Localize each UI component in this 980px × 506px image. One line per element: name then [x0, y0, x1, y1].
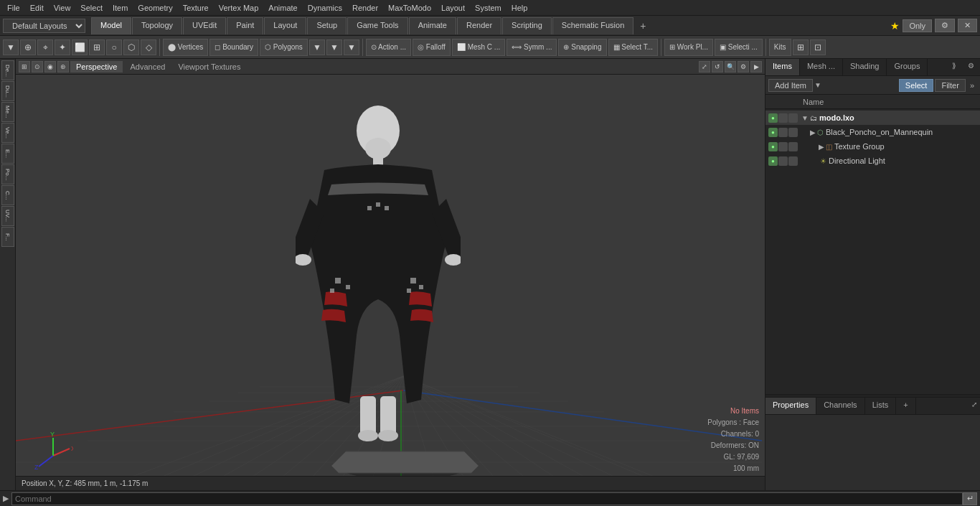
toolbar-selecti-btn[interactable]: ▣ Selecti ... — [715, 39, 763, 56]
tab-uvedit[interactable]: UVEdit — [183, 17, 226, 34]
bp-tab-properties[interactable]: Properties — [765, 398, 816, 414]
viewport-search-icon[interactable]: 🔍 — [725, 61, 736, 72]
viewport-icon2[interactable]: ⊙ — [32, 61, 43, 72]
toolbar-mode2-icon[interactable]: ▼ — [326, 39, 342, 55]
menu-animate[interactable]: Animate — [264, 2, 301, 14]
tab-scripting[interactable]: Scripting — [502, 17, 552, 34]
toolbar-snapping-btn[interactable]: ⊕ Snapping — [558, 39, 606, 56]
viewport-tab-textures[interactable]: Viewport Textures — [172, 61, 246, 72]
viewport-tab-advanced[interactable]: Advanced — [124, 61, 171, 72]
toolbar-expand-icon[interactable]: ⊞ — [793, 39, 809, 55]
item-directional-light[interactable]: ● ☀ Directional Light — [765, 154, 980, 168]
bp-tab-lists[interactable]: Lists — [865, 398, 897, 414]
layout-dropdown[interactable]: Default Layouts — [3, 19, 85, 33]
menu-file[interactable]: File — [3, 2, 24, 14]
rp-tab-mesh[interactable]: Mesh ... — [800, 59, 843, 75]
menu-system[interactable]: System — [471, 2, 506, 14]
viewport[interactable]: ⊞ ⊙ ◉ ⊛ Perspective Advanced Viewport Te… — [16, 59, 765, 490]
toolbar-circle2-icon[interactable]: ○ — [106, 39, 122, 55]
render-icon-3[interactable] — [788, 142, 798, 151]
toolbar-target-icon[interactable]: ⌖ — [37, 39, 53, 55]
lt-e[interactable]: E... — [1, 144, 14, 164]
lt-po[interactable]: Po... — [1, 164, 14, 184]
layout-close-button[interactable]: ✕ — [958, 19, 977, 32]
lt-du[interactable]: Du... — [1, 81, 14, 101]
tab-topology[interactable]: Topology — [132, 17, 182, 34]
toolbar-boundary-btn[interactable]: ◻ Boundary — [209, 39, 258, 56]
viewport-icon1[interactable]: ⊞ — [19, 61, 30, 72]
bp-tab-add[interactable]: + — [896, 398, 915, 414]
items-expand-icon[interactable]: » — [967, 80, 977, 91]
menu-item[interactable]: Item — [108, 2, 132, 14]
menu-layout[interactable]: Layout — [437, 2, 469, 14]
item-triangle-3[interactable]: ▶ — [819, 143, 824, 151]
lock-icon-2[interactable] — [778, 128, 788, 137]
viewport-tab-perspective[interactable]: Perspective — [70, 61, 123, 72]
lt-me[interactable]: Me... — [1, 102, 14, 122]
rp-settings-icon[interactable]: ⚙ — [962, 59, 980, 75]
toolbar-workpl-btn[interactable]: ⊞ Work Pl... — [664, 39, 713, 56]
tab-schematic-fusion[interactable]: Schematic Fusion — [552, 17, 633, 34]
tab-render[interactable]: Render — [457, 17, 501, 34]
lock-icon-3[interactable] — [778, 142, 788, 151]
items-list[interactable]: ● ▼ 🗂 modo.lxo ● ▶ ⬡ Black_Poncho_on_Ma — [765, 109, 980, 394]
tab-animate[interactable]: Animate — [409, 17, 456, 34]
eye-icon-4[interactable]: ● — [768, 156, 778, 166]
toolbar-grid-icon[interactable]: ⊞ — [89, 39, 105, 55]
toolbar-symm-btn[interactable]: ⟺ Symm ... — [507, 39, 557, 56]
rp-expand-icon[interactable]: ⟫ — [946, 59, 962, 75]
command-input[interactable] — [11, 492, 963, 505]
eye-icon-2[interactable]: ● — [768, 128, 778, 137]
tab-paint[interactable]: Paint — [227, 17, 263, 34]
menu-render[interactable]: Render — [348, 2, 382, 14]
toolbar-falloff-btn[interactable]: ◎ Falloff — [413, 39, 451, 56]
rp-tab-groups[interactable]: Groups — [887, 59, 928, 75]
tab-setup[interactable]: Setup — [307, 17, 347, 34]
item-poncho[interactable]: ● ▶ ⬡ Black_Poncho_on_Mannequin — [765, 125, 980, 139]
add-item-button[interactable]: Add Item — [768, 79, 813, 92]
toolbar-mode-icon[interactable]: ▼ — [309, 39, 325, 55]
tab-gametools[interactable]: Game Tools — [347, 17, 408, 34]
toolbar-square-icon[interactable]: ⬜ — [72, 39, 88, 55]
tab-add-button[interactable]: + — [634, 17, 651, 34]
eye-icon-1[interactable]: ● — [768, 113, 778, 123]
eye-icon-3[interactable]: ● — [768, 142, 778, 151]
viewport-expand-icon[interactable]: ⤢ — [699, 61, 710, 72]
item-triangle-2[interactable]: ▶ — [810, 128, 816, 136]
toolbar-settings-icon[interactable]: ⊡ — [810, 39, 826, 55]
lt-c[interactable]: C... — [1, 185, 14, 205]
menu-edit[interactable]: Edit — [26, 2, 48, 14]
filter-button[interactable]: Filter — [935, 79, 965, 92]
command-enter-button[interactable]: ↵ — [963, 492, 977, 505]
toolbar-mesh-btn[interactable]: ⬜ Mesh C ... — [452, 39, 505, 56]
menu-dynamics[interactable]: Dynamics — [303, 2, 347, 14]
toolbar-mode3-icon[interactable]: ▼ — [344, 39, 359, 55]
menu-texture[interactable]: Texture — [179, 2, 213, 14]
bp-tab-channels[interactable]: Channels — [816, 398, 864, 414]
toolbar-diamond-icon[interactable]: ◇ — [141, 39, 156, 55]
menu-view[interactable]: View — [50, 2, 75, 14]
menu-vertex-map[interactable]: Vertex Map — [215, 2, 263, 14]
toolbar-select-t-btn[interactable]: ▦ Select T... — [608, 39, 659, 56]
add-item-dropdown[interactable]: ▼ — [814, 81, 821, 89]
render-icon-2[interactable] — [788, 128, 798, 137]
lt-f[interactable]: F... — [1, 227, 14, 247]
item-triangle-1[interactable]: ▼ — [801, 114, 809, 122]
toolbar-circle-icon[interactable]: ⊕ — [20, 39, 36, 55]
layout-settings-button[interactable]: ⚙ — [935, 19, 955, 32]
toolbar-vertices-btn[interactable]: ⬤ Vertices — [163, 39, 208, 56]
bp-expand-icon[interactable]: ⤢ — [969, 398, 980, 414]
lt-uv[interactable]: UV... — [1, 206, 14, 226]
menu-geometry[interactable]: Geometry — [133, 2, 176, 14]
viewport-refresh-icon[interactable]: ↺ — [712, 61, 723, 72]
toolbar-kits-btn[interactable]: Kits — [769, 39, 791, 56]
item-texture-group[interactable]: ● ▶ ◫ Texture Group — [765, 139, 980, 154]
render-icon-4[interactable] — [788, 156, 798, 166]
rp-tab-items[interactable]: Items — [765, 59, 800, 75]
select-button[interactable]: Select — [899, 79, 934, 92]
lt-ve[interactable]: Ve... — [1, 123, 14, 143]
render-icon-1[interactable] — [788, 113, 798, 123]
rp-tab-shading[interactable]: Shading — [843, 59, 887, 75]
lock-icon-1[interactable] — [778, 113, 788, 123]
menu-select[interactable]: Select — [76, 2, 107, 14]
